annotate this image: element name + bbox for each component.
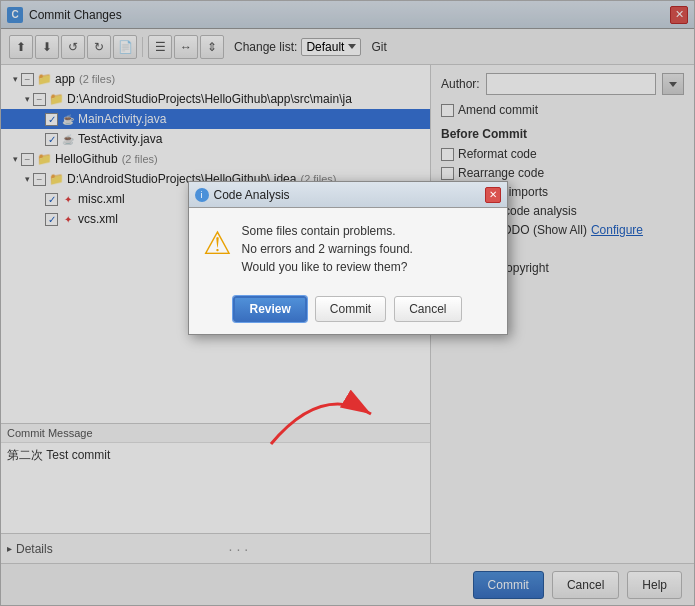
dialog-message: Some files contain problems. No errors a… [242,222,413,276]
dialog-review-button[interactable]: Review [233,296,306,322]
dialog-icon: i [195,188,209,202]
dialog-buttons: Review Commit Cancel [189,290,507,334]
dialog-title: Code Analysis [214,188,485,202]
main-window: C Commit Changes ✕ ⬆ ⬇ ↺ ↻ 📄 ☰ ↔ ⇕ Chang… [0,0,695,606]
arrow-indicator [261,364,391,457]
warning-icon: ⚠ [203,224,232,276]
code-analysis-dialog: i Code Analysis ✕ ⚠ Some files contain p… [188,181,508,335]
arrow-svg [261,364,391,454]
dialog-titlebar: i Code Analysis ✕ [189,182,507,208]
dialog-cancel-button[interactable]: Cancel [394,296,461,322]
dialog-commit-button[interactable]: Commit [315,296,386,322]
dialog-overlay: i Code Analysis ✕ ⚠ Some files contain p… [1,1,694,605]
dialog-body: ⚠ Some files contain problems. No errors… [189,208,507,290]
dialog-close-button[interactable]: ✕ [485,187,501,203]
